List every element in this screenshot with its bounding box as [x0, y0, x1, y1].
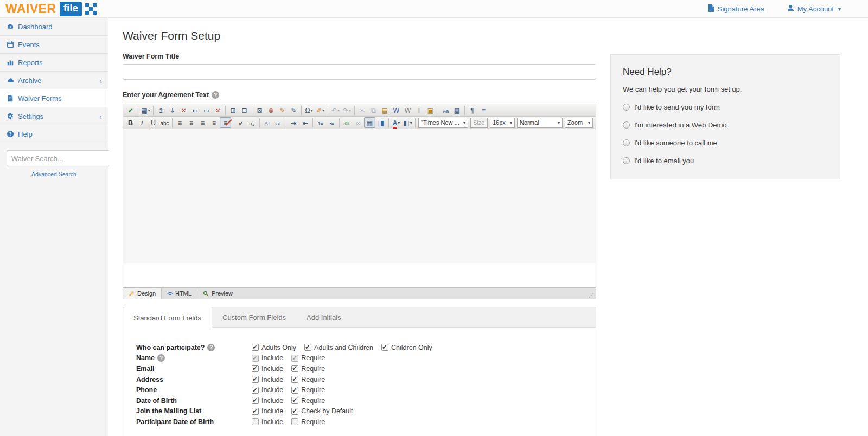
checkbox-check-by-default[interactable] [291, 408, 298, 415]
search-input[interactable] [7, 150, 111, 166]
insert-paragraph-button[interactable]: ¶ [467, 105, 478, 116]
redo-button[interactable]: ↷▾ [341, 105, 353, 116]
waiver-form-title-input[interactable] [123, 64, 596, 80]
outdent-button[interactable]: ⇤ [299, 117, 311, 128]
delete-row-button[interactable]: ✕ [178, 105, 189, 116]
editor-mode-preview[interactable]: Preview [197, 288, 238, 299]
option-children-only[interactable]: Children Only [381, 344, 432, 351]
checkbox-include[interactable] [252, 387, 259, 394]
tab-add-initials[interactable]: Add Initials [296, 307, 352, 327]
help-icon[interactable]: ? [212, 91, 219, 99]
paste-button[interactable]: ▤ [379, 105, 391, 116]
delete-table-button[interactable]: ⊗ [265, 105, 277, 116]
editor-content-area[interactable] [123, 129, 596, 263]
remove-alignment-button[interactable]: ≡ [220, 117, 231, 128]
option-require[interactable]: Require [291, 386, 325, 394]
resize-grip[interactable]: ⋰ [589, 292, 594, 298]
strikethrough-button[interactable]: abc [159, 117, 170, 128]
checkbox-require[interactable] [291, 376, 298, 383]
option-require[interactable]: Require [291, 397, 325, 405]
copy-button[interactable]: ⧉ [368, 105, 379, 116]
merge-cells-horizontal-button[interactable]: ⊞ [227, 105, 239, 116]
checkbox-require[interactable] [291, 355, 298, 362]
checkbox-children-only[interactable] [381, 344, 388, 351]
undo-button[interactable]: ↶▾ [330, 105, 341, 116]
insert-column-right-button[interactable]: ↦ [201, 105, 212, 116]
option-require[interactable]: Require [291, 354, 325, 362]
delete-column-button[interactable]: ✕ [212, 105, 224, 116]
option-adults-and-children[interactable]: Adults and Children [304, 344, 373, 351]
checkbox-require[interactable] [291, 397, 298, 404]
option-require[interactable]: Require [291, 376, 325, 383]
option-include[interactable]: Include [252, 376, 283, 383]
option-include[interactable]: Include [252, 354, 283, 362]
option-include[interactable]: Include [252, 407, 283, 415]
zoom-select[interactable]: Zoom▾ [565, 118, 593, 128]
italic-button[interactable]: I [136, 117, 148, 128]
find-and-replace-button[interactable]: Aa [440, 105, 451, 116]
radio-button-icon[interactable] [623, 121, 630, 129]
help-icon[interactable]: ? [207, 344, 215, 351]
font-name-select[interactable]: "Times New ...▾ [418, 118, 468, 128]
toggle-table-borders-button[interactable]: ▦ [364, 117, 375, 128]
checkbox-include[interactable] [252, 418, 259, 425]
checkbox-adults-and-children[interactable] [304, 344, 311, 351]
option-require[interactable]: Require [291, 365, 325, 373]
tab-standard-form-fields[interactable]: Standard Form Fields [123, 307, 212, 328]
size-label-select[interactable]: Size [470, 118, 488, 128]
help-option-i-d-like-to-email-you[interactable]: I'd like to email you [623, 157, 828, 165]
checkbox-adults-only[interactable] [252, 344, 259, 351]
checkbox-require[interactable] [291, 387, 298, 394]
format-code-block-button[interactable]: ◨ [375, 117, 387, 128]
convert-to-uppercase-button[interactable]: A↑ [261, 117, 273, 128]
waiverfile-logo[interactable]: WAIVER file [5, 2, 97, 16]
option-include[interactable]: Include [252, 365, 283, 373]
paste-from-word-no-styles-button[interactable]: W [402, 105, 413, 116]
background-color-button[interactable]: ◧▾ [402, 117, 413, 128]
radio-button-icon[interactable] [623, 104, 630, 111]
sidebar-item-settings[interactable]: Settings‹ [0, 107, 108, 125]
merge-cells-vertical-button[interactable]: ⊟ [239, 105, 250, 116]
checkbox-include[interactable] [252, 376, 259, 383]
bullet-list-button[interactable]: •≡ [326, 117, 337, 128]
insert-table-button[interactable]: ▦▾ [140, 105, 151, 116]
checkbox-require[interactable] [291, 365, 298, 372]
paragraph-style-select[interactable]: Normal▾ [517, 118, 563, 128]
sidebar-item-archive[interactable]: Archive‹ [0, 72, 108, 89]
editor-mode-html[interactable]: <> HTML [162, 288, 197, 299]
advanced-search-link[interactable]: Advanced Search [0, 166, 108, 183]
align-right-button[interactable]: ≡ [197, 117, 208, 128]
insert-row-above-button[interactable]: ↥ [155, 105, 167, 116]
insert-column-left-button[interactable]: ↤ [189, 105, 201, 116]
editor-mode-design[interactable]: Design [123, 288, 162, 299]
align-left-button[interactable]: ≡ [174, 117, 186, 128]
split-cell-button[interactable]: ⊠ [254, 105, 265, 116]
sidebar-item-reports[interactable]: Reports [0, 54, 108, 72]
remove-link-button[interactable]: ∞ [353, 117, 364, 128]
underline-button[interactable]: U [148, 117, 159, 128]
option-adults-only[interactable]: Adults Only [252, 344, 296, 351]
paste-from-word-button[interactable]: W [391, 105, 402, 116]
insert-link-button[interactable]: ∞ [341, 117, 353, 128]
numbered-list-button[interactable]: 1≡ [315, 117, 326, 128]
option-include[interactable]: Include [252, 397, 283, 405]
radio-button-icon[interactable] [623, 139, 630, 146]
help-icon[interactable]: ? [157, 354, 165, 362]
checkbox-include[interactable] [252, 365, 259, 372]
special-character-button[interactable]: Ω▾ [303, 105, 315, 116]
insert-row-below-button[interactable]: ↧ [167, 105, 178, 116]
option-include[interactable]: Include [252, 386, 283, 394]
convert-to-lowercase-button[interactable]: a↓ [273, 117, 284, 128]
spellcheck-button[interactable]: ✔ [125, 105, 136, 116]
checkbox-include[interactable] [252, 355, 259, 362]
font-size-select[interactable]: 16px▾ [490, 118, 515, 128]
superscript-button[interactable]: x¹ [235, 117, 246, 128]
help-option-i-d-like-someone-to-call-me[interactable]: I'd like someone to call me [623, 139, 828, 147]
table-properties-button[interactable]: ✎ [288, 105, 299, 116]
bold-button[interactable]: B [125, 117, 136, 128]
format-painter-button[interactable]: ✐▾ [315, 105, 326, 116]
sidebar-item-help[interactable]: ?Help [0, 125, 108, 143]
radio-button-icon[interactable] [623, 157, 630, 164]
cut-button[interactable]: ✂ [356, 105, 368, 116]
insert-horizontal-rule-button[interactable]: ≡ [478, 105, 489, 116]
